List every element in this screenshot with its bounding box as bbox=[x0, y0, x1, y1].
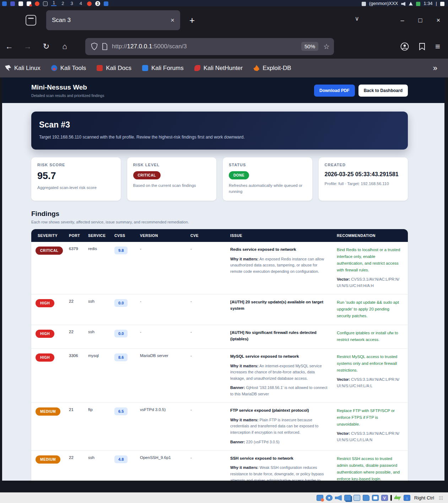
created-caption: Profile: full · Target: 192.168.56.110 bbox=[325, 181, 402, 187]
extensions-icon[interactable] bbox=[418, 42, 426, 51]
recommendation-text: Restrict MySQL access to trusted systems… bbox=[337, 353, 401, 374]
back-button[interactable]: ← bbox=[0, 42, 18, 51]
bookmark-kali-docs[interactable]: Kali Docs bbox=[97, 65, 131, 72]
col-port: PORT bbox=[67, 233, 86, 238]
terminal-icon[interactable] bbox=[10, 1, 15, 6]
cve-cell: - bbox=[188, 247, 228, 289]
editor-icon[interactable] bbox=[27, 1, 31, 6]
browser-navbar: ← → ↻ ⌂ http://127.0.0.1:5000/scan/3 50%… bbox=[0, 34, 448, 59]
workspace-4[interactable]: 4 bbox=[78, 1, 83, 6]
version-cell: - bbox=[138, 299, 188, 319]
home-button[interactable]: ⌂ bbox=[55, 42, 74, 51]
vbox-cdrom-icon[interactable] bbox=[326, 495, 333, 501]
vbox-network-icon[interactable] bbox=[344, 495, 351, 501]
minimize-button[interactable]: – bbox=[401, 17, 404, 24]
stat-cards: RISK SCORE 95.7 Aggregated scan-level ri… bbox=[31, 157, 408, 201]
firefox-window-icon[interactable] bbox=[87, 1, 92, 6]
severity-badge: HIGH bbox=[36, 330, 54, 338]
firefox-icon[interactable] bbox=[35, 1, 39, 6]
severity-cell: HIGH bbox=[31, 353, 67, 397]
back-to-dashboard-button[interactable]: Back to Dashboard bbox=[358, 85, 408, 97]
bookmark-kali-tools[interactable]: Kali Tools bbox=[51, 65, 86, 72]
finding-row[interactable]: HIGH22ssh0.0--[AUTH] 20 security update(… bbox=[31, 294, 408, 325]
vbox-shared-folder-icon[interactable] bbox=[363, 495, 369, 501]
finding-row[interactable]: HIGH22ssh0.0--[AUTH] No significant fire… bbox=[31, 325, 408, 348]
issue-cell: [AUTH] No significant firewall rules det… bbox=[228, 330, 335, 343]
tab-close-icon[interactable]: × bbox=[171, 16, 174, 24]
severity-badge: HIGH bbox=[36, 299, 54, 307]
issue-why-label: Why it matters: bbox=[230, 364, 258, 368]
shield-icon[interactable] bbox=[91, 43, 98, 50]
bookmark-kali-linux[interactable]: Kali Linux bbox=[5, 65, 41, 72]
tab-list-chevron-icon[interactable]: ∨ bbox=[355, 15, 359, 22]
host-key-label: Right Ctrl bbox=[414, 495, 434, 501]
volume-icon[interactable] bbox=[401, 2, 405, 6]
maximize-button[interactable]: □ bbox=[419, 17, 422, 24]
service-cell: ssh bbox=[86, 455, 112, 481]
close-window-button[interactable]: × bbox=[436, 17, 440, 24]
finding-row[interactable]: HIGH3306mysql8.6MariaDB server-MySQL ser… bbox=[31, 348, 408, 402]
download-pdf-button[interactable]: Download PDF bbox=[314, 85, 355, 97]
bookmark-kali-forums[interactable]: Kali Forums bbox=[142, 65, 184, 72]
workspace-2[interactable]: 2 bbox=[60, 1, 65, 6]
vbox-harddisk-icon[interactable] bbox=[317, 495, 323, 501]
vbox-display-icon[interactable] bbox=[372, 495, 379, 501]
bookmark-star-icon[interactable]: ☆ bbox=[323, 42, 330, 51]
version-cell: - bbox=[138, 247, 188, 289]
vbox-download-icon[interactable] bbox=[404, 495, 410, 501]
bookmarks-overflow-icon[interactable]: » bbox=[433, 64, 443, 73]
account-icon[interactable] bbox=[400, 42, 409, 51]
status-badge: DONE bbox=[229, 171, 249, 179]
service-cell: ssh bbox=[86, 330, 112, 343]
app-window-icon[interactable] bbox=[104, 1, 108, 6]
risk-level-badge: CRITICAL bbox=[133, 171, 161, 179]
kali-docs-icon bbox=[97, 65, 103, 71]
vbox-audio-icon[interactable] bbox=[335, 495, 342, 501]
recommendation-text: Run 'sudo apt update && sudo apt upgrade… bbox=[337, 299, 401, 319]
files-icon[interactable] bbox=[18, 1, 23, 6]
col-recommendation: RECOMMENDATION bbox=[335, 233, 408, 238]
vbox-clipboard-icon[interactable] bbox=[394, 495, 401, 501]
service-cell: ssh bbox=[86, 299, 112, 319]
firefox-view-icon[interactable] bbox=[26, 15, 36, 26]
cvss-vector: Vector: CVSS:3.1/AV:N/AC:L/PR:N/UI:N/S:U… bbox=[337, 431, 401, 443]
menu-icon[interactable]: ≡ bbox=[435, 42, 440, 52]
forward-button[interactable]: → bbox=[18, 42, 37, 51]
port-cell: 22 bbox=[67, 299, 86, 319]
reload-button[interactable]: ↻ bbox=[37, 42, 55, 51]
vbox-status-bar: Right Ctrl bbox=[0, 492, 448, 503]
url-text[interactable]: http://127.0.0.1:5000/scan/3 bbox=[112, 43, 301, 50]
kali-menu-icon[interactable] bbox=[2, 1, 7, 6]
finding-row[interactable]: MEDIUM21ftp6.5vsFTPd 3.0.5)-FTP service … bbox=[31, 402, 408, 450]
zoom-level-badge[interactable]: 50% bbox=[301, 42, 318, 51]
new-tab-button[interactable]: + bbox=[189, 15, 195, 26]
bookmark-kali-nethunter[interactable]: Kali NetHunter bbox=[194, 65, 243, 72]
scan-title: Scan #3 bbox=[39, 120, 400, 130]
severity-cell: MEDIUM bbox=[31, 407, 67, 445]
finding-row[interactable]: MEDIUM22ssh4.8OpenSSH_9.6p1-SSH service … bbox=[31, 450, 408, 481]
window-icon[interactable] bbox=[43, 1, 48, 6]
finding-row[interactable]: CRITICAL6379redis9.8--Redis service expo… bbox=[31, 242, 408, 294]
bookmark-exploit-db[interactable]: Exploit-DB bbox=[253, 65, 291, 72]
service-cell: ftp bbox=[86, 407, 112, 445]
cvss-vector: Vector: CVSS:3.1/AV:N/AC:L/PR:N/UI:N/S:U… bbox=[337, 276, 401, 289]
findings-title: Findings bbox=[31, 210, 408, 218]
severity-cell: HIGH bbox=[31, 299, 67, 319]
resize-grip[interactable] bbox=[439, 496, 443, 500]
clipboard-icon[interactable] bbox=[362, 2, 366, 6]
workspace-1[interactable]: 1 bbox=[51, 0, 56, 6]
status-tray-icon[interactable] bbox=[416, 2, 420, 6]
cve-cell: - bbox=[188, 353, 228, 397]
notifications-icon[interactable] bbox=[409, 2, 413, 6]
recommendation-cell: Configure iptables or install ufw to res… bbox=[335, 330, 408, 343]
vbox-usb-icon[interactable] bbox=[353, 495, 360, 501]
page-icon[interactable] bbox=[102, 43, 108, 50]
status-caption: Refreshes automatically while queued or … bbox=[229, 183, 306, 194]
issue-why: Why it matters: Weak SSH configuration r… bbox=[230, 465, 330, 481]
port-cell: 6379 bbox=[67, 247, 86, 289]
vbox-recording-icon[interactable] bbox=[381, 495, 388, 501]
url-bar[interactable]: http://127.0.0.1:5000/scan/3 50% ☆ bbox=[85, 38, 334, 55]
port-cell: 21 bbox=[67, 407, 86, 445]
browser-tab[interactable]: Scan 3 × bbox=[46, 10, 180, 30]
workspace-3[interactable]: 3 bbox=[69, 1, 74, 6]
